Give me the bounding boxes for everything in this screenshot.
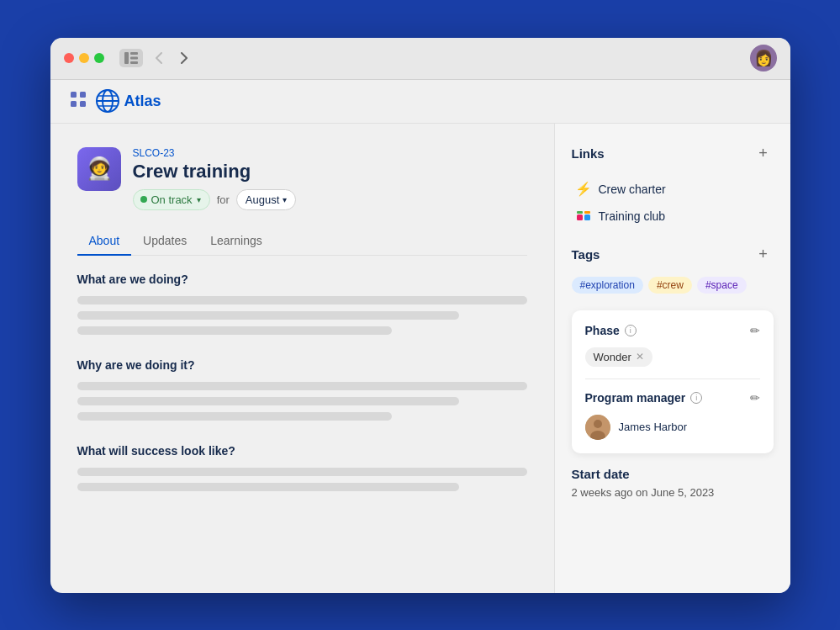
tab-about[interactable]: About (77, 227, 132, 256)
section-what-title: What are we doing? (77, 273, 527, 286)
card-divider (585, 379, 760, 379)
start-date-section: Start date 2 weeks ago on June 5, 2023 (572, 467, 774, 499)
add-link-button[interactable]: + (753, 144, 774, 164)
phase-value: Wonder (594, 351, 631, 363)
manager-avatar (585, 415, 610, 440)
phase-chip-close[interactable]: ✕ (636, 351, 644, 363)
forward-button[interactable] (175, 49, 193, 67)
link-text-training-club: Training club (599, 209, 666, 223)
tag-space[interactable]: #space (697, 277, 747, 294)
main-window: 👩 Atlas (50, 38, 790, 593)
section-success: What will success look like? (77, 444, 527, 491)
titlebar: 👩 (50, 38, 790, 80)
section-what: What are we doing? (77, 273, 527, 335)
minimize-button[interactable] (79, 53, 89, 63)
tag-crew[interactable]: #crew (648, 277, 692, 294)
for-label: for (217, 193, 230, 206)
month-chevron-icon: ▾ (283, 195, 287, 204)
maximize-button[interactable] (94, 53, 104, 63)
svg-rect-0 (124, 52, 129, 64)
start-date-label: Start date (572, 467, 774, 481)
tags-label: Tags (572, 247, 600, 262)
project-title: Crew training (133, 161, 527, 183)
start-date-value: 2 weeks ago on June 5, 2023 (572, 486, 774, 499)
links-section: Links + ⚡ Crew charter (572, 144, 774, 230)
manager-name: James Harbor (619, 421, 688, 433)
content-line (77, 382, 527, 390)
phase-title: Phase (585, 324, 620, 337)
pm-header: Program manager i ✏ (585, 391, 760, 405)
content-line (77, 326, 393, 335)
phase-chip-container: Wonder ✕ (585, 347, 760, 367)
svg-rect-5 (80, 92, 86, 98)
phase-title-row: Phase i (585, 324, 637, 337)
content-line (77, 397, 460, 405)
manager-row: James Harbor (585, 415, 760, 440)
content-line (77, 483, 460, 491)
project-meta: SLCO-23 Crew training On track ▾ for Aug… (133, 147, 527, 210)
atlas-logo: Atlas (96, 89, 161, 113)
phase-header: Phase i ✏ (585, 324, 760, 337)
phase-info-icon[interactable]: i (625, 325, 637, 336)
add-tag-button[interactable]: + (753, 245, 774, 265)
tag-exploration[interactable]: #exploration (572, 277, 643, 294)
section-why-title: Why are we doing it? (77, 358, 527, 372)
content-line (77, 311, 460, 320)
links-label: Links (572, 146, 605, 161)
crew-charter-icon: ⚡ (575, 181, 592, 198)
project-header: 🧑‍🚀 SLCO-23 Crew training On track ▾ for (77, 147, 527, 210)
close-button[interactable] (64, 53, 74, 63)
app-name: Atlas (124, 93, 161, 110)
content-line (77, 296, 527, 304)
status-row: On track ▾ for August ▾ (133, 189, 527, 210)
svg-rect-16 (584, 211, 590, 214)
tab-updates[interactable]: Updates (131, 227, 198, 256)
traffic-lights (64, 53, 104, 63)
pm-edit-icon[interactable]: ✏ (750, 391, 760, 405)
project-id: SLCO-23 (133, 147, 527, 159)
svg-rect-4 (71, 92, 77, 98)
user-avatar[interactable]: 👩 (750, 45, 777, 71)
section-why: Why are we doing it? (77, 358, 527, 421)
month-selector[interactable]: August ▾ (236, 189, 296, 210)
status-chevron-icon: ▾ (197, 195, 201, 204)
svg-rect-2 (130, 57, 138, 60)
apps-icon[interactable] (71, 92, 86, 111)
phase-chip: Wonder ✕ (585, 347, 652, 367)
pm-title: Program manager (585, 391, 686, 405)
svg-rect-14 (584, 214, 590, 220)
back-button[interactable] (150, 49, 168, 67)
status-label: On track (151, 193, 193, 206)
tabs: About Updates Learnings (77, 227, 527, 256)
tab-learnings[interactable]: Learnings (198, 227, 274, 256)
phase-edit-icon[interactable]: ✏ (750, 324, 760, 337)
svg-rect-3 (130, 61, 138, 64)
project-icon: 🧑‍🚀 (77, 147, 121, 191)
svg-rect-7 (80, 101, 86, 107)
status-dot (140, 196, 147, 203)
link-text-crew-charter: Crew charter (599, 183, 666, 196)
svg-rect-1 (130, 52, 138, 55)
sidebar-toggle-button[interactable] (119, 49, 143, 67)
link-item-crew-charter[interactable]: ⚡ Crew charter (572, 176, 774, 203)
links-header: Links + (572, 144, 774, 164)
content-line (77, 412, 393, 421)
right-panel: Links + ⚡ Crew charter (555, 124, 790, 593)
tags-header: Tags + (572, 245, 774, 265)
main-content: 🧑‍🚀 SLCO-23 Crew training On track ▾ for (50, 124, 790, 593)
left-panel: 🧑‍🚀 SLCO-23 Crew training On track ▾ for (50, 124, 555, 593)
svg-rect-6 (71, 101, 77, 107)
app-header: Atlas (50, 80, 790, 124)
svg-rect-13 (577, 214, 583, 220)
phase-card: Phase i ✏ Wonder ✕ Program manager (572, 310, 774, 453)
link-item-training-club[interactable]: Training club (572, 203, 774, 230)
month-label: August (246, 193, 279, 206)
content-line (77, 468, 527, 476)
pm-info-icon[interactable]: i (690, 392, 702, 404)
tags-section: Tags + #exploration #crew #space (572, 245, 774, 294)
tags-row: #exploration #crew #space (572, 277, 774, 294)
status-badge[interactable]: On track ▾ (133, 189, 210, 210)
svg-point-18 (594, 420, 602, 428)
section-success-title: What will success look like? (77, 444, 527, 458)
svg-rect-15 (577, 211, 583, 214)
